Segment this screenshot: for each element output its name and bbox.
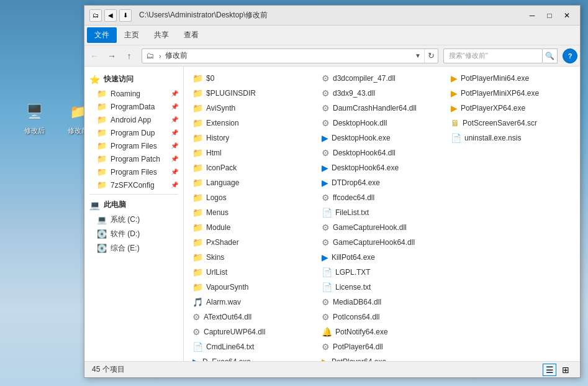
drive-d-icon: 💽 bbox=[97, 229, 107, 239]
up-button[interactable]: ↑ bbox=[122, 48, 137, 63]
file-name: $0 bbox=[206, 74, 214, 83]
file-item[interactable]: ▶PotPlayerMiniXP64.exe bbox=[447, 86, 575, 100]
file-item[interactable] bbox=[447, 236, 575, 249]
sidebar-item-7zsfx[interactable]: 📁 7zSFXConfig 📌 bbox=[84, 178, 183, 191]
menu-item-file[interactable]: 文件 bbox=[87, 27, 117, 43]
file-item[interactable]: ▶DesktopHook64.exe bbox=[318, 161, 446, 175]
file-item[interactable]: 📁Logos bbox=[189, 191, 317, 204]
search-box[interactable]: 搜索"修改前" bbox=[443, 48, 543, 63]
sidebar-item-label-7: 7zSFXConfig bbox=[111, 181, 155, 190]
sidebar-item-roaming[interactable]: 📁 Roaming 📌 bbox=[84, 87, 183, 100]
file-item[interactable]: ⚙d3dx9_43.dll bbox=[318, 86, 446, 100]
sidebar-item-android[interactable]: 📁 Android App 📌 bbox=[84, 113, 183, 126]
file-item[interactable] bbox=[447, 355, 575, 361]
file-item[interactable] bbox=[447, 265, 575, 279]
file-item[interactable] bbox=[447, 206, 575, 219]
file-item[interactable]: ⚙GameCaptureHook.dll bbox=[318, 221, 446, 234]
file-item[interactable]: 📁$PLUGINSDIR bbox=[189, 86, 317, 100]
file-item[interactable] bbox=[447, 280, 575, 294]
file-item[interactable]: 📁AviSynth bbox=[189, 101, 317, 115]
file-item[interactable]: ⚙ATextOut64.dll bbox=[189, 310, 317, 324]
file-name: PotPlayer64.dll bbox=[333, 342, 383, 351]
file-item[interactable] bbox=[447, 325, 575, 339]
view-details-button[interactable]: ☰ bbox=[543, 364, 556, 376]
menu-item-share[interactable]: 共享 bbox=[147, 27, 176, 43]
sidebar-item-programpatch[interactable]: 📁 Program Patch 📌 bbox=[84, 152, 183, 165]
breadcrumb-icon: 🗂 bbox=[142, 51, 158, 60]
sidebar-drive-e[interactable]: 💽 综合 (E:) bbox=[84, 241, 183, 255]
file-item[interactable] bbox=[447, 310, 575, 324]
sidebar-drive-c[interactable]: 💻 系统 (C:) bbox=[84, 213, 183, 227]
file-item[interactable]: ▶DesktopHook.exe bbox=[318, 131, 446, 145]
file-item[interactable]: 📄CmdLine64.txt bbox=[189, 340, 317, 354]
file-item[interactable] bbox=[447, 340, 575, 354]
view-large-button[interactable]: ⊞ bbox=[559, 364, 572, 376]
sidebar-item-programdata[interactable]: 📁 ProgramData 📌 bbox=[84, 100, 183, 113]
file-item[interactable]: ⚙DaumCrashHandler64.dll bbox=[318, 101, 446, 115]
file-item[interactable]: ⚙DesktopHook.dll bbox=[318, 116, 446, 130]
file-item[interactable]: 🎵Alarm.wav bbox=[189, 295, 317, 309]
file-item[interactable]: 📁$0 bbox=[189, 71, 317, 85]
file-item[interactable] bbox=[447, 191, 575, 204]
file-item[interactable]: 📁IconPack bbox=[189, 161, 317, 175]
file-item[interactable]: ▶KillPot64.exe bbox=[318, 250, 446, 264]
file-item[interactable]: ⚙PotIcons64.dll bbox=[318, 310, 446, 324]
address-dropdown-btn[interactable]: ▼ bbox=[412, 49, 424, 63]
file-icon: 📁 bbox=[192, 133, 203, 143]
file-item[interactable]: 📄LGPL.TXT bbox=[318, 265, 446, 279]
file-item[interactable]: 📄uninstall.exe.nsis bbox=[447, 131, 575, 145]
back-button[interactable]: ← bbox=[87, 48, 102, 63]
file-item[interactable]: 📁History bbox=[189, 131, 317, 145]
sidebar-drive-d[interactable]: 💽 软件 (D:) bbox=[84, 227, 183, 241]
file-item[interactable]: ⚙GameCaptureHook64.dll bbox=[318, 236, 446, 249]
menu-item-view[interactable]: 查看 bbox=[176, 27, 206, 43]
file-item[interactable]: 📁Extension bbox=[189, 116, 317, 130]
file-item[interactable]: ⚙MediaDB64.dll bbox=[318, 295, 446, 309]
sidebar-item-programfiles[interactable]: 📁 Program Files 📌 bbox=[84, 139, 183, 152]
file-item[interactable] bbox=[447, 146, 575, 160]
file-item[interactable] bbox=[447, 221, 575, 234]
forward-button[interactable]: → bbox=[104, 48, 119, 63]
file-item[interactable]: 📁Html bbox=[189, 146, 317, 160]
file-item[interactable]: 📁Menus bbox=[189, 206, 317, 219]
this-pc-header[interactable]: 💻 此电脑 bbox=[84, 197, 183, 213]
file-item[interactable]: ⚙DesktopHook64.dll bbox=[318, 146, 446, 160]
file-item[interactable]: 📁Language bbox=[189, 176, 317, 190]
close-button[interactable]: ✕ bbox=[559, 9, 575, 22]
file-item[interactable] bbox=[447, 161, 575, 175]
file-item[interactable]: 📁VapourSynth bbox=[189, 280, 317, 294]
file-item[interactable]: ⚙d3dcompiler_47.dll bbox=[318, 71, 446, 85]
file-item[interactable] bbox=[447, 295, 575, 309]
quick-access-header[interactable]: ⭐ 快速访问 bbox=[84, 71, 183, 87]
file-item[interactable]: ▶D_Exec64.exe bbox=[189, 355, 317, 361]
refresh-button[interactable]: ↻ bbox=[424, 49, 438, 63]
file-item[interactable] bbox=[447, 250, 575, 264]
menu-item-home[interactable]: 主页 bbox=[117, 27, 147, 43]
file-icon: 📁 bbox=[192, 118, 203, 128]
file-item[interactable]: ▶PotPlayer64.exe bbox=[318, 355, 446, 361]
file-item[interactable]: ⚙ffcodec64.dll bbox=[318, 191, 446, 204]
sidebar-item-programfiles2[interactable]: 📁 Program Files 📌 bbox=[84, 165, 183, 178]
file-item[interactable]: 🔔PotNotify64.exe bbox=[318, 325, 446, 339]
file-item[interactable]: ⚙PotPlayer64.dll bbox=[318, 340, 446, 354]
file-item[interactable]: 📁Skins bbox=[189, 250, 317, 264]
file-item[interactable]: ▶DTDrop64.exe bbox=[318, 176, 446, 190]
maximize-button[interactable]: □ bbox=[541, 9, 558, 22]
help-button[interactable]: ? bbox=[563, 48, 577, 63]
desktop-icon-after[interactable]: 🖥️ 修改后 bbox=[12, 99, 56, 136]
file-item[interactable]: ▶PotPlayerMini64.exe bbox=[447, 71, 575, 85]
sidebar-item-programdup[interactable]: 📁 Program Dup 📌 bbox=[84, 126, 183, 139]
file-item[interactable]: 📁PxShader bbox=[189, 236, 317, 249]
file-item[interactable]: ▶PotPlayerXP64.exe bbox=[447, 101, 575, 115]
file-item[interactable]: 📄FileList.txt bbox=[318, 206, 446, 219]
minimize-button[interactable]: ─ bbox=[524, 9, 540, 22]
file-name: Html bbox=[206, 149, 222, 157]
search-button[interactable]: 🔍 bbox=[543, 48, 558, 63]
file-item[interactable]: 📁Module bbox=[189, 221, 317, 234]
file-item[interactable]: ⚙CaptureUWP64.dll bbox=[189, 325, 317, 339]
file-item[interactable]: 📄License.txt bbox=[318, 280, 446, 294]
file-item[interactable]: 📁UrlList bbox=[189, 265, 317, 279]
file-item[interactable]: 🖥PotScreenSaver64.scr bbox=[447, 116, 575, 130]
file-item[interactable] bbox=[447, 176, 575, 190]
file-icon: ⚙ bbox=[322, 193, 330, 203]
